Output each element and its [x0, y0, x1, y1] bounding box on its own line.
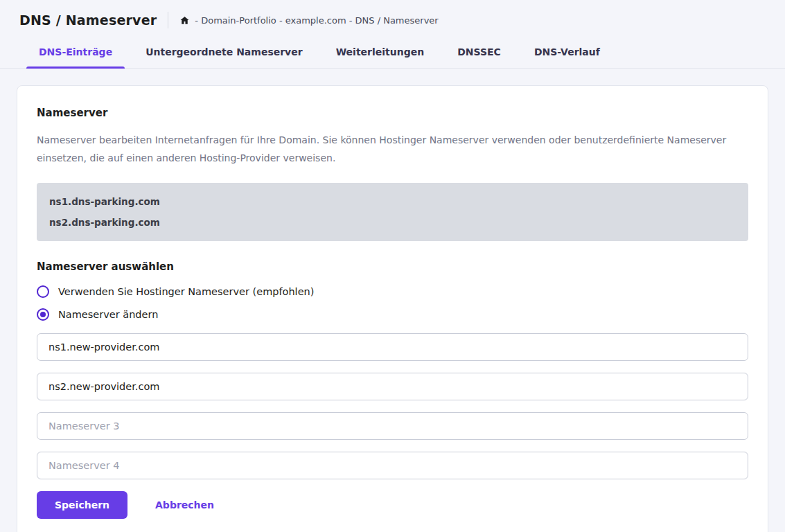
breadcrumb: - Domain-Portfolio - example.com - DNS /… — [179, 15, 438, 26]
tab-untergeordnete-nameserver[interactable]: Untergeordnete Nameserver — [129, 37, 319, 68]
hostinger-nameserver-radio[interactable] — [37, 285, 49, 298]
current-nameserver-2: ns2.dns-parking.com — [49, 212, 736, 233]
select-nameserver-heading: Nameserver auswählen — [37, 260, 748, 273]
nameserver-input-2[interactable] — [37, 373, 748, 400]
card-heading: Nameserver — [37, 107, 748, 119]
nameserver-input-4[interactable] — [37, 452, 748, 479]
current-nameservers-box: ns1.dns-parking.com ns2.dns-parking.com — [37, 183, 748, 241]
page-header: DNS / Nameserver - Domain-Portfolio - ex… — [0, 0, 785, 37]
form-actions: Speichern Abbrechen — [37, 491, 748, 519]
current-nameserver-1: ns1.dns-parking.com — [49, 191, 736, 212]
save-button[interactable]: Speichern — [37, 491, 127, 519]
nameserver-input-3[interactable] — [37, 412, 748, 440]
tab-weiterleitungen[interactable]: Weiterleitungen — [319, 37, 441, 68]
breadcrumb-text: - Domain-Portfolio - example.com - DNS /… — [195, 15, 438, 26]
change-nameserver-radio[interactable] — [37, 308, 49, 321]
nameserver-fields — [37, 333, 748, 479]
radio-option-hostinger-nameserver[interactable]: Verwenden Sie Hostinger Nameserver (empf… — [37, 285, 748, 298]
tab-dns-verlauf[interactable]: DNS-Verlauf — [518, 37, 617, 68]
tab-dns-eintraege[interactable]: DNS-Einträge — [22, 37, 129, 68]
cancel-button[interactable]: Abbrechen — [155, 499, 214, 511]
page-title: DNS / Nameserver — [19, 12, 157, 28]
tab-dnssec[interactable]: DNSSEC — [441, 37, 518, 68]
radio-option-label[interactable]: Verwenden Sie Hostinger Nameserver (empf… — [58, 286, 314, 297]
nameserver-input-1[interactable] — [37, 333, 748, 361]
tab-bar: DNS-Einträge Untergeordnete Nameserver W… — [0, 37, 785, 69]
card-description: Nameserver bearbeiten Internetanfragen f… — [37, 132, 737, 168]
radio-option-label[interactable]: Nameserver ändern — [58, 309, 158, 320]
nameserver-card: Nameserver Nameserver bearbeiten Interne… — [17, 85, 768, 532]
home-icon[interactable] — [179, 15, 190, 26]
radio-option-change-nameserver[interactable]: Nameserver ändern — [37, 308, 748, 321]
header-divider — [168, 12, 168, 28]
